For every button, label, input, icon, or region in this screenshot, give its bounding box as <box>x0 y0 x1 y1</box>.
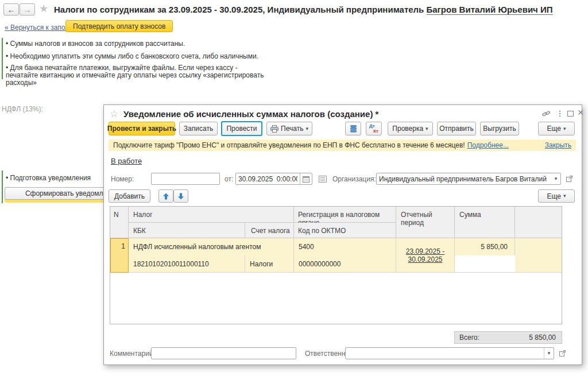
prep-green-bar <box>2 170 3 203</box>
total-value: 5 850,00 <box>529 334 556 342</box>
responsible-open-button[interactable] <box>558 348 567 358</box>
col-header-n[interactable]: N <box>110 207 129 238</box>
col-header-oktmo[interactable]: Код по ОКТМО <box>294 223 396 238</box>
screen: ← → ★ Налоги по сотрудникам за 23.09.202… <box>0 0 588 380</box>
close-icon[interactable]: ✕ <box>576 108 585 117</box>
comment-label: Комментарий: <box>110 350 155 358</box>
organization-value: Индивидуальный предприниматель Багров Ви… <box>377 173 551 184</box>
dialog-star-icon[interactable]: ☆ <box>110 108 118 120</box>
row-kbk-cell[interactable]: 18210102010011000110 <box>129 255 245 273</box>
arrow-up-icon <box>163 193 169 200</box>
confirm-payment-button[interactable]: Подтвердить оплату взносов <box>65 20 173 32</box>
back-button[interactable]: ← <box>3 3 19 15</box>
dt-kt-icon: Дт Кт <box>369 124 378 133</box>
calendar-icon <box>303 176 310 183</box>
col-header-sum[interactable]: Сумма <box>455 207 515 238</box>
maximize-icon[interactable] <box>566 109 575 118</box>
post-button[interactable]: Провести <box>221 121 262 136</box>
total-box: Всего: 5 850,00 <box>454 331 562 344</box>
forward-button[interactable]: → <box>20 3 35 15</box>
col-header-kbk[interactable]: КБК <box>129 223 245 238</box>
col-header-account[interactable]: Счет налога <box>245 223 294 238</box>
dt-kt-postings-button[interactable]: Дт Кт <box>366 122 382 135</box>
send-button[interactable]: Отправить <box>437 122 476 135</box>
organization-label: Организация: <box>332 175 376 183</box>
organization-combo[interactable]: Индивидуальный предприниматель Багров Ви… <box>376 173 561 185</box>
ndfl-rate-label: НДФЛ (13%): <box>2 105 43 113</box>
add-row-button[interactable]: Добавить <box>109 189 150 203</box>
organization-open-button[interactable] <box>564 174 574 183</box>
dialog-title: Уведомление об исчисленных суммах налого… <box>123 109 378 119</box>
calendar-button[interactable] <box>300 173 312 184</box>
row-sum-cell[interactable]: 5 850,00 <box>455 238 515 255</box>
toolbar-more-button[interactable]: Еще ▾ <box>538 122 575 135</box>
status-in-progress-link[interactable]: В работе <box>111 157 142 165</box>
print-button[interactable]: Печать ▾ <box>266 122 312 135</box>
tax-table: N Налог КБК Счет налога Регистрация в на… <box>110 206 562 324</box>
col-header-registration[interactable]: Регистрация в налоговом органе <box>294 207 396 223</box>
period-link-line2[interactable]: 30.09.2025 <box>408 255 442 263</box>
responsible-value <box>346 348 544 359</box>
promo-banner: Подключите тариф "Промо ЕНС" и отправляй… <box>109 139 576 151</box>
hint-bullet-1: • Суммы налогов и взносов за сотрудников… <box>6 40 185 48</box>
favorite-star-icon[interactable]: ★ <box>39 2 48 15</box>
period-link-line1[interactable]: 23.09.2025 - <box>406 247 444 255</box>
responsible-open-icon <box>559 350 566 356</box>
number-input[interactable] <box>151 173 220 185</box>
row-oktmo-cell[interactable]: 00000000000 <box>294 255 396 273</box>
list-icon <box>319 176 327 183</box>
print-dropdown-arrow-icon: ▾ <box>305 126 308 131</box>
get-link-icon[interactable] <box>541 109 551 118</box>
move-up-button[interactable] <box>158 189 173 203</box>
post-and-close-button[interactable]: Провести и закрыть <box>109 122 175 135</box>
col-header-period[interactable]: Отчетный период <box>396 207 455 238</box>
maximize-square <box>567 111 574 117</box>
arrow-down-icon <box>177 193 184 200</box>
row-tax-cell[interactable]: НДФЛ исчисленный налоговым агентом <box>129 238 294 255</box>
organization-dropdown-arrow-icon[interactable]: ▾ <box>551 173 560 184</box>
row-number-cell[interactable]: 1 <box>110 238 129 273</box>
date-input[interactable] <box>236 173 300 184</box>
forward-arrow-icon: → <box>24 6 32 14</box>
total-label: Всего: <box>459 334 479 342</box>
promo-more-link[interactable]: Подробнее... <box>467 141 509 149</box>
hint-bullet-3: • Для банка печатайте платежки, выгружай… <box>6 64 271 87</box>
page-title: Налоги по сотрудникам за 23.09.2025 - 30… <box>54 5 553 14</box>
printer-icon <box>270 125 278 133</box>
check-dropdown-arrow-icon: ▾ <box>425 126 428 131</box>
toolbar-more-label: Еще <box>547 125 561 133</box>
check-label: Проверка <box>392 125 423 133</box>
save-button[interactable]: Записать <box>179 122 218 135</box>
check-button[interactable]: Проверка ▾ <box>388 122 433 135</box>
prep-notification-label: • Подготовка уведомления <box>6 174 91 182</box>
responsible-dropdown-arrow-icon[interactable]: ▾ <box>544 348 554 359</box>
move-down-button[interactable] <box>173 189 188 203</box>
register-records-button[interactable] <box>345 122 361 135</box>
row-account-cell[interactable]: Налоги <box>245 255 294 273</box>
export-button[interactable]: Выгрузить <box>480 122 519 135</box>
register-stack-icon <box>350 125 357 133</box>
row-registration-cell[interactable]: 5400 <box>294 238 396 255</box>
row-extra-cell[interactable] <box>515 238 562 273</box>
page-title-name: Багров Виталий Юрьевич ИП <box>427 5 553 15</box>
row-period-cell[interactable]: 23.09.2025 - 30.09.2025 <box>396 238 455 273</box>
hint-green-bar <box>2 38 3 79</box>
table-more-arrow-icon: ▾ <box>563 193 566 199</box>
print-label: Печать <box>281 125 303 133</box>
notification-dialog: ☆ Уведомление об исчисленных суммах нало… <box>103 104 582 365</box>
responsible-combo[interactable]: ▾ <box>345 347 554 359</box>
dt-label: Дт <box>369 123 375 129</box>
promo-close-link[interactable]: Закрыть <box>545 141 571 149</box>
comment-input[interactable] <box>151 347 296 359</box>
date-field <box>235 173 312 185</box>
row-bottom-divider <box>396 272 562 273</box>
col-header-extra <box>515 207 562 238</box>
date-list-button[interactable] <box>318 174 327 184</box>
more-menu-kebab-icon[interactable]: ⋮ <box>555 108 564 118</box>
table-more-button[interactable]: Еще ▾ <box>538 189 575 203</box>
date-from-label: от: <box>225 175 233 183</box>
page-title-prefix: Налоги по сотрудникам за 23.09.2025 - 30… <box>54 5 427 14</box>
number-label: Номер: <box>111 175 134 183</box>
open-icon <box>566 176 572 182</box>
col-header-tax[interactable]: Налог <box>129 207 294 223</box>
